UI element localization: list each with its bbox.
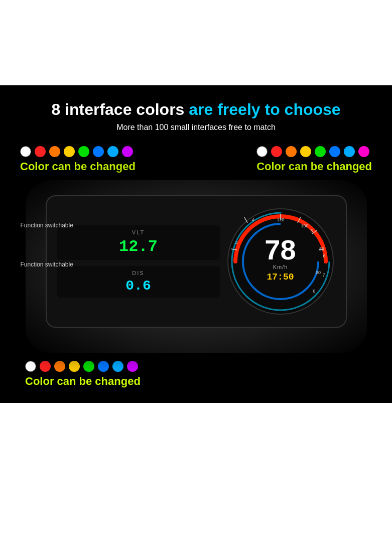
- speedometer: 120 100 80 60 4 3 5 6 7 8: [225, 206, 336, 317]
- color-dot: [107, 146, 118, 157]
- color-dot: [64, 146, 75, 157]
- dis-value: 0.6: [63, 278, 214, 294]
- white-top-space: [0, 0, 392, 85]
- func-label-1-text: Function switchable: [21, 222, 73, 229]
- color-dot: [40, 361, 51, 372]
- svg-text:120: 120: [277, 217, 284, 222]
- right-panel: 120 100 80 60 4 3 5 6 7 8: [225, 206, 336, 317]
- headline-part1: 8 interface colors: [51, 100, 189, 118]
- device-outer: VLT 12.7 DIS 0.6: [26, 180, 367, 353]
- svg-text:100: 100: [301, 223, 308, 228]
- headline-part2: are freely to choose: [189, 100, 340, 118]
- svg-text:5: 5: [310, 228, 313, 233]
- left-color-section: Color can be changed: [20, 146, 136, 173]
- speed-display: 78 Km/h 17:50: [265, 236, 296, 282]
- color-dot: [315, 146, 326, 157]
- func-label-2-text: Function switchable: [21, 261, 73, 268]
- color-dot: [20, 146, 31, 157]
- color-row-left: [20, 146, 136, 157]
- color-dot: [83, 361, 94, 372]
- vlt-value: 12.7: [63, 237, 214, 256]
- dis-label: DIS: [63, 270, 214, 276]
- function-label-2: Function switchable: [21, 259, 73, 268]
- color-dot: [300, 146, 311, 157]
- device-wrapper: Function switchable Function switchable …: [26, 180, 367, 353]
- color-label-bottom: Color can be changed: [25, 375, 367, 388]
- speed-time: 17:50: [265, 272, 296, 282]
- color-dot: [35, 146, 46, 157]
- color-row-right: [256, 146, 372, 157]
- color-dot: [271, 146, 282, 157]
- color-dot: [54, 361, 65, 372]
- svg-text:3: 3: [235, 240, 237, 245]
- main-section: 8 interface colors are freely to choose …: [0, 85, 392, 403]
- color-dot: [69, 361, 80, 372]
- color-label-left: Color can be changed: [20, 160, 136, 173]
- color-dot: [127, 361, 138, 372]
- color-dot: [286, 146, 297, 157]
- color-dot: [122, 146, 133, 157]
- device-inner: VLT 12.7 DIS 0.6: [46, 195, 347, 328]
- color-dot: [49, 146, 60, 157]
- bottom-color-section: Color can be changed: [10, 361, 382, 388]
- vlt-metric-box: VLT 12.7: [57, 225, 220, 260]
- svg-text:60: 60: [315, 270, 320, 275]
- right-color-section: Color can be changed: [256, 146, 372, 173]
- svg-text:6: 6: [323, 253, 325, 258]
- color-dot: [329, 146, 340, 157]
- headline: 8 interface colors are freely to choose: [10, 100, 382, 119]
- color-dot: [93, 146, 104, 157]
- left-panel: VLT 12.7 DIS 0.6: [57, 206, 220, 317]
- white-bottom-space: [0, 403, 392, 433]
- color-dot: [358, 146, 369, 157]
- color-dot: [25, 361, 36, 372]
- svg-text:80: 80: [319, 246, 324, 251]
- svg-text:8: 8: [313, 289, 315, 294]
- svg-text:7: 7: [322, 273, 325, 278]
- speed-number: 78: [265, 236, 296, 264]
- color-dot: [98, 361, 109, 372]
- color-dot: [344, 146, 355, 157]
- function-label-1: Function switchable: [21, 220, 73, 229]
- color-row-bottom: [25, 361, 367, 372]
- dis-metric-box: DIS 0.6: [57, 266, 220, 298]
- color-dot: [112, 361, 123, 372]
- color-dot: [256, 146, 268, 157]
- subtitle: More than 100 small interfaces free to m…: [10, 123, 382, 132]
- color-dot: [78, 146, 89, 157]
- color-label-right: Color can be changed: [256, 160, 372, 173]
- vlt-label: VLT: [63, 229, 214, 235]
- svg-text:4: 4: [251, 217, 254, 222]
